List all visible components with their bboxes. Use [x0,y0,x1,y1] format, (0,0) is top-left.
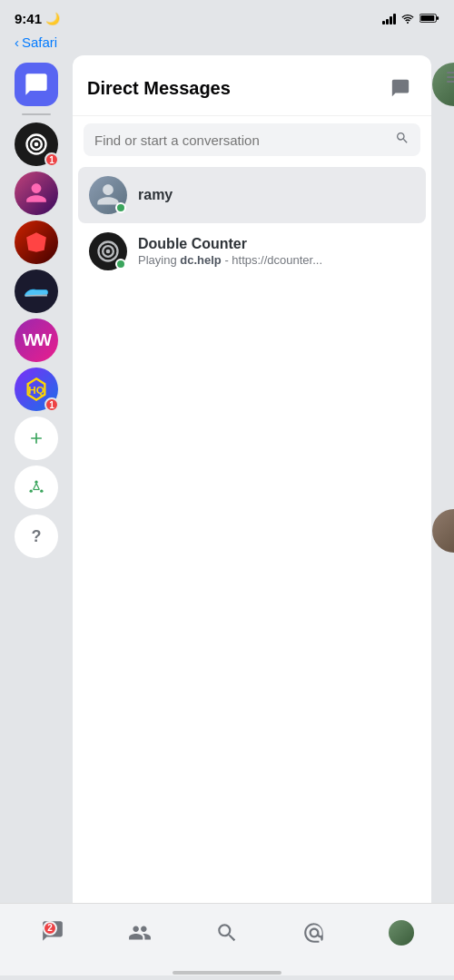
explore-servers-button[interactable] [15,466,58,509]
main-panel: Direct Messages [73,55,431,903]
dm-list: ramy Double Counter [73,163,431,903]
nav-home-icon-wrap: 2 [41,919,64,946]
search-nav-icon [215,921,239,945]
status-bar: 9:41 🌙 [0,0,454,33]
safari-back-bar[interactable]: ‹ Safari [0,33,454,55]
dm-item-double-counter[interactable]: Double Counter Playing dc.help - https:/… [78,223,426,279]
right-peek-avatar-top [432,63,454,106]
double-counter-avatar-wrap [89,232,127,270]
panel-title: Direct Messages [87,78,231,99]
ramy-avatar-wrap [89,176,127,214]
search-bar[interactable] [84,123,420,156]
svg-text:HQ: HQ [28,384,44,396]
svg-rect-2 [420,15,434,21]
menu-line-3 [447,81,454,83]
status-prefix: Playing [138,253,180,267]
status-icons [382,12,439,24]
ww-text: WW [23,331,50,350]
svg-line-11 [34,484,36,490]
sidebar-item-server1[interactable]: 1 [15,122,58,166]
friends-icon [128,921,152,945]
sidebar-item-server6[interactable]: HQ 1 [15,368,58,411]
main-layout: 1 WW HQ [0,55,454,903]
nav-friends[interactable] [113,910,167,956]
sidebar-divider [22,113,51,115]
svg-point-8 [35,481,37,484]
sidebar-item-server5[interactable]: WW [15,318,58,362]
home-indicator [173,971,281,975]
safari-back-label[interactable]: Safari [22,34,57,50]
search-input[interactable] [94,132,388,148]
help-button[interactable]: ? [15,514,58,558]
profile-avatar [389,920,414,946]
status-suffix: - https://dcounter... [222,253,322,267]
nav-home[interactable]: 2 [25,910,80,956]
nav-profile[interactable] [374,910,429,956]
wifi-icon [400,13,415,24]
moon-icon: 🌙 [45,12,60,25]
battery-icon [419,13,439,24]
server-sidebar: 1 WW HQ [0,55,73,903]
server6-badge: 1 [44,397,59,412]
ramy-info: ramy [138,187,415,203]
right-peek-avatar-bottom [432,509,454,553]
bottom-nav: 2 [0,903,454,975]
nav-mentions[interactable] [287,910,341,956]
server1-badge: 1 [44,152,59,167]
home-badge: 2 [43,921,57,936]
sidebar-item-server3[interactable] [15,220,58,264]
ramy-online-indicator [115,202,126,213]
dm-item-ramy[interactable]: ramy [78,167,426,223]
sidebar-item-server4[interactable] [15,270,58,313]
svg-point-9 [30,490,33,493]
menu-line-2 [447,76,454,78]
svg-point-5 [35,142,39,147]
double-counter-status: Playing dc.help - https://dcounter... [138,253,415,267]
double-counter-name: Double Counter [138,236,415,252]
question-mark-icon: ? [32,527,42,546]
signal-icon [382,12,396,24]
svg-point-16 [106,250,111,254]
back-chevron-icon: ‹ [15,34,19,50]
status-time: 9:41 [15,11,42,26]
menu-line-1 [447,72,454,74]
new-dm-button[interactable] [384,72,417,104]
panel-header: Direct Messages [73,55,431,116]
search-icon [395,131,410,149]
double-counter-info: Double Counter Playing dc.help - https:/… [138,236,415,267]
sidebar-item-dm[interactable] [15,63,58,106]
svg-rect-1 [436,16,439,20]
ramy-name: ramy [138,187,415,203]
nav-search[interactable] [200,910,254,956]
svg-point-10 [40,490,43,493]
mentions-icon [302,921,326,945]
search-container [73,116,431,163]
svg-line-12 [36,484,39,490]
add-server-button[interactable] [15,416,58,460]
double-counter-online-indicator [115,259,126,270]
sidebar-item-server2[interactable] [15,172,58,215]
status-bold: dc.help [180,253,222,267]
right-panel-peek [431,55,454,903]
